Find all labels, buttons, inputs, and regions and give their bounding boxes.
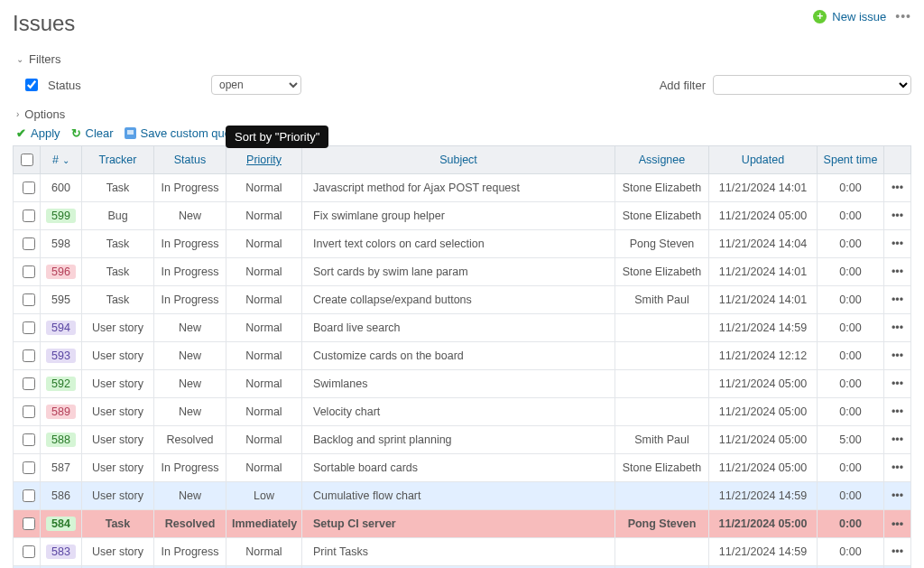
table-row[interactable]: 595TaskIn ProgressNormalCreate collapse/… <box>14 286 911 314</box>
filters-label: Filters <box>29 52 60 66</box>
col-status[interactable]: Status <box>154 146 226 174</box>
table-row[interactable]: 587User storyIn ProgressNormalSortable b… <box>14 454 911 482</box>
table-row[interactable]: 594User storyNewNormalBoard live search1… <box>14 314 911 342</box>
status-filter-value[interactable]: open <box>211 75 301 95</box>
issues-table: #⌄ Tracker Status Priority Subject Assig… <box>13 145 911 568</box>
save-query-button[interactable]: Save custom query <box>125 126 241 140</box>
table-row[interactable]: 583User storyIn ProgressNormalPrint Task… <box>14 538 911 566</box>
row-checkbox[interactable] <box>23 405 35 418</box>
cell-subject[interactable]: Customize cards on the board <box>302 342 615 370</box>
row-actions-icon[interactable]: ••• <box>884 202 911 230</box>
clear-button[interactable]: ↻ Clear <box>71 126 114 140</box>
filters-toggle[interactable]: ⌄ Filters <box>16 52 911 66</box>
cell-id[interactable]: 589 <box>41 398 82 426</box>
col-subject[interactable]: Subject <box>302 146 615 174</box>
chevron-down-icon: ⌄ <box>16 54 23 64</box>
row-actions-icon[interactable]: ••• <box>884 510 911 538</box>
col-priority[interactable]: Priority <box>226 146 302 174</box>
cell-subject[interactable]: Velocity chart <box>302 398 615 426</box>
cell-id[interactable]: 595 <box>41 286 82 314</box>
cell-id[interactable]: 598 <box>41 230 82 258</box>
row-checkbox[interactable] <box>23 237 35 250</box>
cell-subject[interactable]: Fix swimlane group helper <box>302 202 615 230</box>
row-actions-icon[interactable]: ••• <box>884 286 911 314</box>
table-row[interactable]: 589User storyNewNormalVelocity chart11/2… <box>14 398 911 426</box>
cell-subject[interactable]: Invert text colors on card selection <box>302 230 615 258</box>
cell-id[interactable]: 586 <box>41 482 82 510</box>
cell-id[interactable]: 596 <box>41 258 82 286</box>
add-filter-select[interactable] <box>713 75 911 95</box>
cell-subject[interactable]: Backlog and sprint planning <box>302 426 615 454</box>
row-checkbox[interactable] <box>23 461 35 474</box>
row-actions-icon[interactable]: ••• <box>884 174 911 202</box>
apply-button[interactable]: ✔ Apply <box>16 126 60 140</box>
row-checkbox[interactable] <box>23 210 35 222</box>
cell-subject[interactable]: Sortable board cards <box>302 454 615 482</box>
row-checkbox[interactable] <box>23 182 35 194</box>
row-actions-icon[interactable]: ••• <box>884 230 911 258</box>
table-row[interactable]: 588User storyResolvedNormalBacklog and s… <box>14 426 911 454</box>
table-row[interactable]: 592User storyNewNormalSwimlanes11/21/202… <box>14 370 911 398</box>
table-row[interactable]: 584TaskResolvedImmediatelySetup CI serve… <box>14 510 911 538</box>
row-checkbox[interactable] <box>23 489 35 502</box>
row-actions-icon[interactable]: ••• <box>884 538 911 566</box>
table-row[interactable]: 596TaskIn ProgressNormalSort cards by sw… <box>14 258 911 286</box>
col-updated[interactable]: Updated <box>709 146 818 174</box>
page-actions-icon[interactable]: ••• <box>895 9 911 23</box>
cell-tracker: User story <box>82 370 154 398</box>
table-row[interactable]: 600TaskIn ProgressNormalJavascript metho… <box>14 174 911 202</box>
cell-subject[interactable]: Cumulative flow chart <box>302 482 615 510</box>
col-tracker[interactable]: Tracker <box>82 146 154 174</box>
row-checkbox[interactable] <box>23 321 35 334</box>
cell-id[interactable]: 584 <box>41 510 82 538</box>
table-row[interactable]: 599BugNewNormalFix swimlane group helper… <box>14 202 911 230</box>
row-checkbox[interactable] <box>23 545 35 558</box>
row-checkbox[interactable] <box>23 433 35 446</box>
col-assignee[interactable]: Assignee <box>615 146 709 174</box>
table-row[interactable]: 593User storyNewNormalCustomize cards on… <box>14 342 911 370</box>
cell-subject[interactable]: Create collapse/expand buttons <box>302 286 615 314</box>
cell-id[interactable]: 592 <box>41 370 82 398</box>
cell-id[interactable]: 588 <box>41 426 82 454</box>
new-issue-button[interactable]: + New issue <box>813 10 886 23</box>
table-row[interactable]: 598TaskIn ProgressNormalInvert text colo… <box>14 230 911 258</box>
col-spent[interactable]: Spent time <box>818 146 884 174</box>
row-actions-icon[interactable]: ••• <box>884 314 911 342</box>
row-checkbox[interactable] <box>23 517 35 530</box>
cell-spent: 0:00 <box>818 510 884 538</box>
status-filter-checkbox[interactable] <box>25 79 38 91</box>
cell-id[interactable]: 594 <box>41 314 82 342</box>
cell-subject[interactable]: Print Tasks <box>302 538 615 566</box>
cell-subject[interactable]: Javascript method for Ajax POST request <box>302 174 615 202</box>
cell-tracker: Task <box>82 286 154 314</box>
cell-subject[interactable]: Setup CI server <box>302 510 615 538</box>
cell-tracker: User story <box>82 426 154 454</box>
cell-tracker: Bug <box>82 202 154 230</box>
cell-priority: Normal <box>226 538 302 566</box>
row-actions-icon[interactable]: ••• <box>884 258 911 286</box>
col-id[interactable]: #⌄ <box>41 146 82 174</box>
cell-subject[interactable]: Board live search <box>302 314 615 342</box>
row-actions-icon[interactable]: ••• <box>884 426 911 454</box>
row-checkbox[interactable] <box>23 349 35 362</box>
cell-id[interactable]: 593 <box>41 342 82 370</box>
cell-id[interactable]: 600 <box>41 174 82 202</box>
chevron-right-icon: › <box>16 109 19 119</box>
row-actions-icon[interactable]: ••• <box>884 342 911 370</box>
cell-id[interactable]: 583 <box>41 538 82 566</box>
row-checkbox[interactable] <box>23 377 35 390</box>
row-actions-icon[interactable]: ••• <box>884 454 911 482</box>
row-actions-icon[interactable]: ••• <box>884 370 911 398</box>
row-actions-icon[interactable]: ••• <box>884 482 911 510</box>
table-row[interactable]: 586User storyNewLowCumulative flow chart… <box>14 482 911 510</box>
row-checkbox[interactable] <box>23 265 35 278</box>
cell-id[interactable]: 599 <box>41 202 82 230</box>
cell-tracker: User story <box>82 482 154 510</box>
options-toggle[interactable]: › Options <box>16 107 911 121</box>
cell-subject[interactable]: Sort cards by swim lane param <box>302 258 615 286</box>
row-checkbox[interactable] <box>23 293 35 306</box>
row-actions-icon[interactable]: ••• <box>884 398 911 426</box>
cell-id[interactable]: 587 <box>41 454 82 482</box>
cell-subject[interactable]: Swimlanes <box>302 370 615 398</box>
select-all-checkbox[interactable] <box>21 154 33 166</box>
